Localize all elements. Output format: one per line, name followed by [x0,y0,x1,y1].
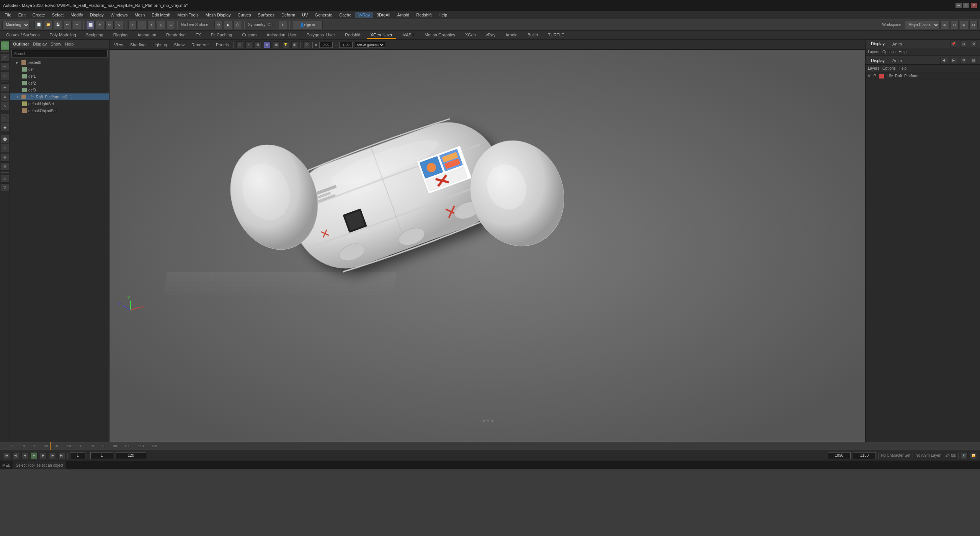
tab-xgen-user[interactable]: XGen_User [367,32,396,39]
outliner-item-def3[interactable]: def3 [10,87,109,93]
crease-tool-button[interactable]: △ [1,174,9,183]
menu-cache[interactable]: Cache [336,12,354,18]
grab-tool-button[interactable]: ◎ [1,153,9,162]
tab-motion-graphics[interactable]: Motion Graphics [421,32,459,39]
vp-menu-shading[interactable]: Shading [128,42,148,48]
quick-layout-4[interactable]: ⊡ [969,21,978,29]
outliner-menu-show[interactable]: Show [51,42,61,46]
quick-layout-1[interactable]: ⊞ [941,21,949,29]
layer-collapse-button[interactable]: ⊟ [960,57,967,64]
outliner-item-def1[interactable]: def1 [10,73,109,80]
show-hide-button[interactable]: ◉ [1,123,9,131]
channel-layers-menu[interactable]: Layers [868,50,879,54]
outliner-item-def[interactable]: def [10,66,109,73]
vp-menu-lighting[interactable]: Lighting [150,42,170,48]
ipr-button[interactable]: ⬡ [234,21,242,29]
tab-fx[interactable]: FX [192,32,205,39]
menu-edit[interactable]: Edit [15,12,29,18]
sculpt-tool-button[interactable]: ⬤ [1,135,9,143]
outliner-item-defaultlightset[interactable]: defaultLightSet [10,100,109,107]
vp-menu-show[interactable]: Show [172,42,187,48]
tab-arnold[interactable]: Arnold [501,32,521,39]
smooth-tool-button[interactable]: ◍ [1,162,9,171]
menu-uv[interactable]: UV [299,12,311,18]
rotate-tool-button[interactable]: ↻ [105,21,114,29]
select-tool-button[interactable]: ⬜ [86,21,95,29]
channel-options-menu[interactable]: Options [882,50,895,54]
mel-input[interactable] [66,461,980,469]
menu-redshift[interactable]: Redshift [413,12,434,18]
channel-display-tab[interactable]: Display [869,41,887,47]
relax-tool-button[interactable]: ○ [1,144,9,152]
viewport-canvas[interactable]: X Y Z persp [109,50,865,442]
go-end-button[interactable]: ▶| [58,452,65,459]
rotate-tool-left[interactable]: ↻ [1,93,9,101]
menu-vray[interactable]: V-Ray [355,12,373,18]
snap-point-button[interactable]: + [147,21,156,29]
tab-fit-caching[interactable]: Fit Caching [207,32,236,39]
layer-prev-button[interactable]: ◀ [940,57,947,64]
tab-animation[interactable]: Animation [134,32,160,39]
menu-mesh-tools[interactable]: Mesh Tools [174,12,201,18]
maximize-button[interactable]: □ [963,3,969,8]
flatten-tool-button[interactable]: ▽ [1,183,9,192]
channel-collapse-button[interactable]: ⊟ [960,41,967,47]
layers-menu[interactable]: Layers [868,66,879,70]
timeline-track[interactable]: 0102030405060708090100110120 [0,442,980,450]
vp-camera-button[interactable]: 🎥 [236,41,243,48]
play-button[interactable]: ▶ [31,452,38,459]
range-end-right-input[interactable] [853,452,876,459]
layer-settings-button2[interactable]: ▤ [970,57,977,64]
vp-white-point-input[interactable] [339,42,353,48]
vp-menu-panels[interactable]: Panels [214,42,231,48]
workspace-dropdown[interactable]: Maya Classic [905,21,939,29]
layer-anim-tab[interactable]: Anim [890,57,904,64]
snap-surface-button[interactable]: ▽ [167,21,175,29]
range-start-right-input[interactable] [828,452,851,459]
outliner-item-pasted0[interactable]: ▶ pasted0 [10,59,109,66]
select-mask-button[interactable]: ↖ [1,41,9,50]
tab-rendering[interactable]: Rendering [162,32,189,39]
minimize-button[interactable]: ─ [956,3,962,8]
move-tool-button[interactable]: ✛ [96,21,104,29]
paint-select-button[interactable]: ✏ [1,62,9,71]
next-frame-button[interactable]: ▶ [40,452,47,459]
menu-create[interactable]: Create [29,12,48,18]
vp-select-button[interactable]: ↖ [245,41,252,48]
quick-layout-3[interactable]: ⊠ [960,21,968,29]
menu-mesh-display[interactable]: Mesh Display [203,12,234,18]
prev-keyframe-button[interactable]: ◀| [12,452,19,459]
vp-wireframe-button[interactable]: ⊞ [255,41,261,48]
tab-redshift[interactable]: Redshift [341,32,364,39]
scale-tool-left[interactable]: ⤡ [1,102,9,110]
loop-button[interactable]: 🔁 [970,452,977,459]
outliner-item-def2[interactable]: def2 [10,80,109,87]
vp-menu-renderer[interactable]: Renderer [189,42,211,48]
outliner-item-defaultobjectset[interactable]: defaultObjectSet [10,107,109,114]
range-end-input[interactable] [116,452,146,459]
next-keyframe-button[interactable]: |▶ [49,452,56,459]
scale-tool-button[interactable]: ⤡ [115,21,123,29]
tab-vray[interactable]: vRay [482,32,499,39]
menu-deform[interactable]: Deform [278,12,298,18]
tab-bullet[interactable]: Bullet [524,32,542,39]
quick-layout-2[interactable]: ⊟ [950,21,959,29]
go-start-button[interactable]: |◀ [3,452,10,459]
menu-modify[interactable]: Modify [67,12,86,18]
tab-curves-surfaces[interactable]: Curves / Surfaces [2,32,43,39]
menu-curves[interactable]: Curves [235,12,254,18]
layer-row-life-raft[interactable]: V P Life_Raft_Platform [866,72,980,80]
menu-help[interactable]: Help [436,12,451,18]
tab-mash[interactable]: MASH [399,32,418,39]
vp-smooth-button[interactable]: ◉ [264,41,271,48]
menu-file[interactable]: File [2,12,15,18]
close-button[interactable]: ✕ [971,3,977,8]
mode-dropdown[interactable]: Modeling [2,21,29,29]
undo-button[interactable]: ↩ [63,21,72,29]
snap-curve-button[interactable]: ⌒ [138,21,146,29]
menu-windows[interactable]: Windows [108,12,131,18]
options-menu[interactable]: Options [882,66,895,70]
menu-generate[interactable]: Generate [312,12,335,18]
soft-select-button[interactable]: ⬡ [1,72,9,80]
channel-help-menu[interactable]: Help [898,50,906,54]
